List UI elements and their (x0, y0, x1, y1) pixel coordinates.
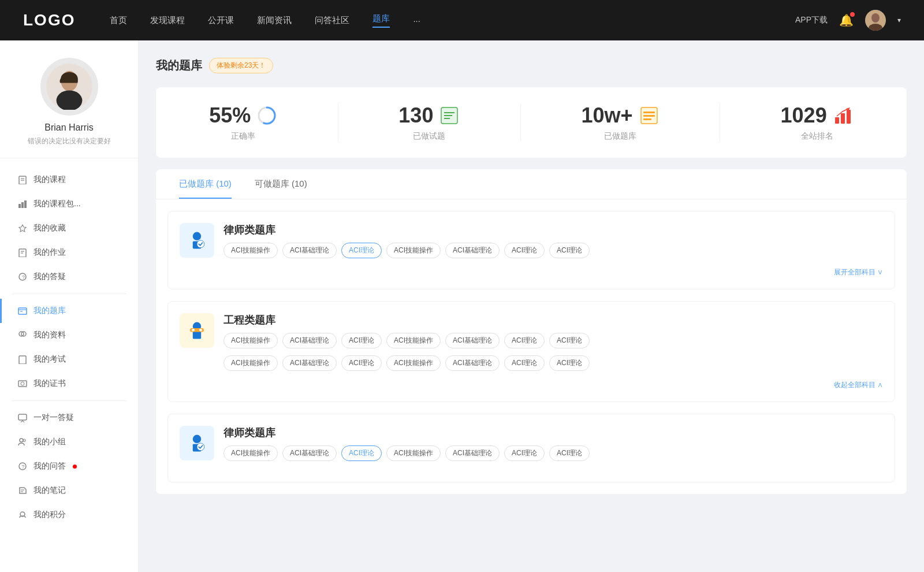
qa-icon: ? (17, 272, 28, 282)
tag-3[interactable]: ACI技能操作 (386, 243, 441, 258)
l2-tag-1[interactable]: ACI基础理论 (282, 445, 337, 461)
question-bank-icon (17, 306, 28, 316)
nav-open-course[interactable]: 公开课 (208, 15, 234, 26)
l2-tag-3[interactable]: ACI技能操作 (386, 445, 441, 461)
nav-qa[interactable]: 问答社区 (315, 15, 349, 26)
eng-tag-1[interactable]: ACI基础理论 (282, 333, 337, 348)
l2-tag-5[interactable]: ACI理论 (504, 445, 545, 461)
svg-rect-45 (643, 118, 651, 120)
eng-tag-2[interactable]: ACI理论 (341, 333, 382, 348)
my-questions-icon: ? (17, 461, 28, 471)
nav-news[interactable]: 新闻资讯 (257, 15, 292, 26)
notification-bell[interactable]: 🔔 (839, 13, 854, 27)
qb-lawyer-2-title: 律师类题库 (223, 426, 883, 440)
tab-available-banks[interactable]: 可做题库 (10) (243, 169, 319, 199)
eng-tag-5[interactable]: ACI理论 (504, 333, 545, 348)
svg-text:?: ? (22, 274, 25, 280)
qb-engineer-body: 工程类题库 ACI技能操作 ACI基础理论 ACI理论 ACI技能操作 ACI基… (223, 313, 883, 371)
eng-tag-r2-5[interactable]: ACI理论 (504, 355, 545, 371)
svg-point-27 (20, 439, 23, 442)
sidebar-item-question-bank[interactable]: 我的题库 (0, 299, 138, 323)
svg-rect-46 (835, 117, 839, 124)
qb-engineer-collapse[interactable]: 收起全部科目 ∧ (180, 380, 883, 390)
avatar[interactable] (865, 10, 886, 31)
header-right: APP下载 🔔 ▾ (795, 10, 901, 31)
stat-done-banks-label: 已做题库 (581, 131, 659, 142)
user-motto: 错误的决定比没有决定要好 (12, 136, 126, 146)
l2-tag-0[interactable]: ACI技能操作 (223, 445, 278, 461)
nav-question-bank[interactable]: 题库 (372, 13, 390, 28)
eng-tag-6[interactable]: ACI理论 (549, 333, 590, 348)
header: LOGO 首页 发现课程 公开课 新闻资讯 问答社区 题库 ··· APP下载 … (0, 0, 924, 40)
sidebar-item-qa[interactable]: ? 我的答疑 (0, 265, 138, 289)
eng-tag-r2-2[interactable]: ACI理论 (341, 355, 382, 371)
divider-stat-2 (520, 103, 521, 142)
qb-lawyer-2: 律师类题库 ACI技能操作 ACI基础理论 ACI理论 ACI技能操作 ACI基… (167, 414, 895, 482)
stat-ranking-value: 1029 (781, 103, 854, 128)
sidebar-menu: 我的课程 我的课程包... 我的收藏 我的作业 (0, 158, 138, 536)
tag-2-active[interactable]: ACI理论 (341, 243, 382, 258)
my-notes-label: 我的笔记 (33, 485, 66, 496)
svg-rect-9 (18, 204, 21, 208)
eng-tag-0[interactable]: ACI技能操作 (223, 333, 278, 348)
nav-discover[interactable]: 发现课程 (150, 15, 185, 26)
eng-tag-r2-3[interactable]: ACI技能操作 (386, 355, 441, 371)
tag-0[interactable]: ACI技能操作 (223, 243, 278, 258)
sidebar-item-certificates[interactable]: 我的证书 (0, 372, 138, 396)
my-group-icon (17, 437, 28, 447)
sidebar-item-my-questions[interactable]: ? 我的问答 (0, 454, 138, 478)
accuracy-chart-icon (256, 105, 277, 126)
nav-home[interactable]: 首页 (110, 15, 127, 26)
svg-point-60 (197, 443, 204, 451)
certificates-icon (17, 378, 28, 389)
exams-icon (17, 354, 28, 365)
tag-1[interactable]: ACI基础理论 (282, 243, 337, 258)
sidebar-item-tutoring[interactable]: 一对一答疑 (0, 406, 138, 430)
course-packages-label: 我的课程包... (33, 199, 81, 209)
qb-lawyer-1-header: 律师类题库 ACI技能操作 ACI基础理论 ACI理论 ACI技能操作 ACI基… (180, 223, 883, 258)
tab-done-banks[interactable]: 已做题库 (10) (167, 169, 243, 199)
sidebar-item-my-points[interactable]: 我的积分 (0, 503, 138, 527)
tag-6[interactable]: ACI理论 (549, 243, 590, 258)
eng-tag-r2-1[interactable]: ACI基础理论 (282, 355, 337, 371)
nav-more[interactable]: ··· (413, 16, 420, 25)
sidebar-item-materials[interactable]: 我的资料 (0, 323, 138, 347)
user-name: Brian Harris (12, 122, 126, 133)
course-packages-icon (17, 199, 28, 209)
qb-lawyer-2-header: 律师类题库 ACI技能操作 ACI基础理论 ACI理论 ACI技能操作 ACI基… (180, 426, 883, 461)
sidebar-item-exams[interactable]: 我的考试 (0, 347, 138, 372)
l2-tag-2-active[interactable]: ACI理论 (341, 445, 382, 461)
stat-ranking: 1029 全站排名 (781, 103, 854, 142)
ranking-icon (833, 105, 854, 126)
qb-lawyer-1-expand[interactable]: 展开全部科目 ∨ (180, 268, 883, 277)
favorites-label: 我的收藏 (33, 223, 66, 233)
my-group-label: 我的小组 (33, 437, 66, 447)
l2-tag-4[interactable]: ACI基础理论 (445, 445, 500, 461)
eng-tag-3[interactable]: ACI技能操作 (386, 333, 441, 348)
my-courses-label: 我的课程 (33, 174, 66, 185)
qb-engineer-icon (180, 313, 214, 348)
eng-tag-4[interactable]: ACI基础理论 (445, 333, 500, 348)
eng-tag-r2-0[interactable]: ACI技能操作 (223, 355, 278, 371)
my-points-icon (17, 510, 28, 520)
user-dropdown-arrow[interactable]: ▾ (897, 16, 901, 24)
sidebar-item-my-notes[interactable]: 我的笔记 (0, 478, 138, 503)
qb-lawyer-1-tags: ACI技能操作 ACI基础理论 ACI理论 ACI技能操作 ACI基础理论 AC… (223, 243, 883, 258)
tag-5[interactable]: ACI理论 (504, 243, 545, 258)
qb-lawyer-1-icon (180, 223, 214, 258)
sidebar-item-my-courses[interactable]: 我的课程 (0, 168, 138, 192)
svg-rect-47 (841, 113, 845, 124)
eng-tag-r2-4[interactable]: ACI基础理论 (445, 355, 500, 371)
tabs-wrapper: 已做题库 (10) 可做题库 (10) (156, 169, 907, 199)
tag-4[interactable]: ACI基础理论 (445, 243, 500, 258)
svg-rect-10 (21, 202, 24, 208)
sidebar-item-my-group[interactable]: 我的小组 (0, 430, 138, 454)
svg-rect-26 (18, 414, 27, 420)
sidebar-item-homework[interactable]: 我的作业 (0, 240, 138, 265)
app-download-button[interactable]: APP下载 (795, 15, 828, 25)
eng-tag-r2-6[interactable]: ACI理论 (549, 355, 590, 371)
l2-tag-6[interactable]: ACI理论 (549, 445, 590, 461)
logo: LOGO (23, 11, 75, 29)
sidebar-item-favorites[interactable]: 我的收藏 (0, 216, 138, 240)
sidebar-item-course-packages[interactable]: 我的课程包... (0, 192, 138, 216)
